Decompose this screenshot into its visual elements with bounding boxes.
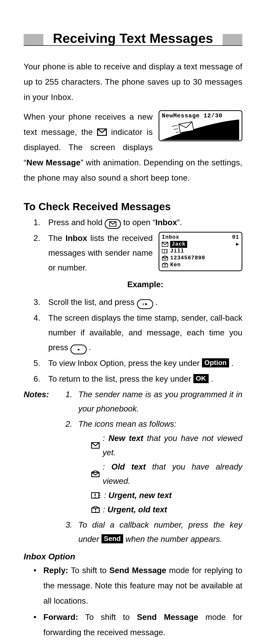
inbox-option-erase: Erase: To erase the received message.: [24, 641, 242, 644]
legend-new-text: : New text that you have not viewed yet.: [78, 431, 242, 460]
svg-marker-16: [145, 303, 147, 306]
opt-reply-b: Reply:: [43, 566, 68, 575]
step-3: Scroll the list, and press F .: [24, 295, 242, 310]
legend-old-text: : Old text that you have already viewed.: [78, 460, 242, 488]
check-received-heading: To Check Received Messages: [24, 201, 242, 212]
example-label: Example:: [48, 277, 242, 292]
step-2: Inbox 01 Jack ▶ Jill 1234567890: [24, 231, 242, 294]
lcd-inbox-row-1: Jack ▶: [162, 241, 239, 248]
envelope-urgent-new-icon: [162, 249, 168, 254]
note2-lead: The icons mean as follows:: [78, 419, 176, 428]
step3-after: .: [155, 298, 158, 306]
envelope-closed-icon: [91, 442, 100, 448]
step6-before: To return to the list, press the key und…: [48, 374, 193, 384]
mail-key-icon: [105, 219, 121, 229]
svg-line-12: [172, 125, 177, 126]
lcd-inbox-row-3: 1234567890: [162, 255, 239, 262]
lcd-inbox-name-3: 1234567890: [170, 255, 205, 262]
svg-line-14: [176, 132, 179, 132]
step1-inbox-bold: Inbox: [155, 218, 177, 227]
svg-text:F: F: [143, 303, 144, 306]
notes-block: Notes: The sender name is as you program…: [24, 387, 242, 547]
legend-urg-new: Urgent, new text: [108, 491, 172, 500]
step2-inbox-bold: Inbox: [66, 234, 87, 243]
step6-after: .: [211, 374, 213, 384]
opt-fwd-sm: Send Message: [137, 612, 198, 622]
notes-label: Notes:: [24, 387, 66, 547]
envelope-closed-icon: [162, 242, 168, 247]
inbox-option-heading: Inbox Option: [24, 552, 242, 561]
step5-after: .: [231, 358, 233, 368]
note-2: The icons mean as follows: : New text th…: [66, 417, 242, 517]
opt-reply-sm: Send Message: [109, 566, 166, 575]
send-softkey-badge: Send: [102, 534, 123, 543]
lcd-inbox-name-4: Ken: [170, 262, 181, 268]
legend-urg-old: Urgent, old text: [107, 505, 167, 514]
step3-before: Scroll the list, and press: [48, 298, 137, 306]
step5-before: To view Inbox Option, press the key unde…: [48, 358, 202, 368]
ok-softkey-badge: OK: [193, 374, 209, 383]
legend-old-b: Old text: [111, 462, 146, 471]
legend-new-b: New text: [109, 434, 143, 443]
inbox-option-forward: Forward: To shift to Send Message mode f…: [24, 610, 242, 640]
envelope-urgent-new-icon: [91, 492, 101, 498]
svg-line-13: [174, 129, 178, 130]
opt-fwd-t1: To shift to: [78, 612, 137, 622]
step1-close: ”.: [177, 218, 182, 227]
envelope-open-icon: [162, 256, 168, 260]
intro2-newmessage-bold: New Message: [26, 158, 81, 167]
step-6: To return to the list, press the key und…: [24, 372, 242, 386]
envelope-indicator-icon: [97, 126, 107, 133]
inbox-option-reply: Reply: To shift to Send Message mode for…: [24, 563, 242, 608]
page-title-bar: Receiving Text Messages: [24, 30, 242, 49]
lcd-inbox-title-left: Inbox: [162, 234, 179, 241]
note-3: To dial a callback number, press the key…: [66, 518, 242, 546]
page-title: Receiving Text Messages: [24, 30, 242, 47]
step4-after: .: [89, 343, 91, 352]
lcd-inbox-screen: Inbox 01 Jack ▶ Jill 1234567890: [159, 232, 242, 271]
envelope-open-icon: [91, 470, 100, 478]
legend-urgent-old: : Urgent, old text: [78, 502, 242, 517]
forward-key-icon: F: [137, 299, 153, 309]
legend-urgent-new: : Urgent, new text: [78, 488, 242, 502]
intro-paragraph-1: Your phone is able to receive and displa…: [24, 59, 242, 105]
step-5: To view Inbox Option, press the key unde…: [24, 356, 242, 370]
lcd-newmessage-animation-graphic: [162, 119, 239, 140]
opt-reply-t1: To shift to: [68, 566, 109, 575]
step2-before: The: [48, 234, 66, 243]
opt-fwd-b: Forward:: [43, 612, 78, 622]
step-1: Press and hold to open “Inbox”.: [24, 215, 242, 230]
note-1: The sender name is as you programmed it …: [66, 387, 242, 416]
notes-list: The sender name is as you programmed it …: [66, 387, 242, 547]
envelope-urgent-old-icon: [162, 262, 168, 268]
step1-before: Press and hold: [48, 218, 105, 227]
step1-after: to open “: [123, 218, 155, 227]
lcd-inbox-name-1: Jack: [170, 241, 187, 248]
step-4: The screen displays the time stamp, send…: [24, 310, 242, 355]
envelope-urgent-old-icon: [91, 506, 100, 513]
svg-marker-17: [77, 349, 80, 351]
selection-caret-icon: ▶: [236, 241, 239, 248]
check-steps-list: Press and hold to open “Inbox”. Inbox 01…: [24, 215, 242, 386]
lcd-inbox-row-2: Jill: [162, 248, 239, 255]
lcd-inbox-name-2: Jill: [170, 248, 184, 255]
lcd-inbox-row-4: Ken: [162, 262, 239, 268]
down-key-icon: [70, 344, 87, 354]
lcd-inbox-title-right: 01: [232, 234, 239, 241]
note3-after: when the number appears.: [125, 534, 222, 544]
lcd-newmessage-screen: NewMessage 12/30: [159, 110, 242, 141]
inbox-option-list: Reply: To shift to Send Message mode for…: [24, 563, 242, 644]
lcd-newmessage-title: NewMessage 12/30: [162, 112, 239, 119]
option-softkey-badge: Option: [202, 358, 229, 368]
